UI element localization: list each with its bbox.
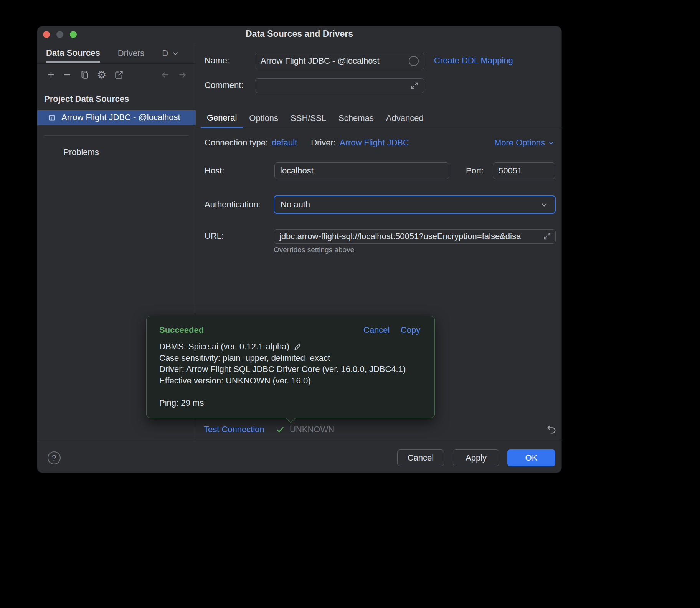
popup-line-effective-version: Effective version: UNKNOWN (ver. 16.0) [159,375,406,387]
more-options-label: More Options [494,137,545,149]
popup-cancel-link[interactable]: Cancel [363,324,390,336]
chevron-down-icon [547,139,555,147]
tab-advanced[interactable]: Advanced [380,108,430,128]
data-source-item-label: Arrow Flight JDBC - @localhost [61,112,180,122]
port-label: Port: [466,165,484,177]
forward-arrow-icon[interactable] [176,69,188,81]
popup-status-succeeded: Succeeded [159,324,204,336]
success-check-icon [275,425,285,435]
chevron-down-icon[interactable] [171,49,180,58]
host-label: Host: [205,165,224,177]
popup-line-dbms-text: DBMS: Spice.ai (ver. 0.12.1-alpha) [159,341,289,352]
tab-ddl-truncated[interactable]: D [162,44,180,63]
apply-button[interactable]: Apply [453,449,499,466]
popup-pointer [286,413,296,423]
window-title: Data Sources and Drivers [37,29,561,39]
port-input-value: 50051 [499,166,522,176]
url-input-value: jdbc:arrow-flight-sql://localhost:50051?… [279,231,521,241]
host-input-value: localhost [280,166,314,176]
popup-ping: Ping: 29 ms [159,397,204,409]
authentication-value: No auth [281,200,310,210]
connection-type-label: Connection type: [205,137,268,149]
data-sources-dialog: Data Sources and Drivers Data Sources Dr… [37,26,562,473]
url-input[interactable]: jdbc:arrow-flight-sql://localhost:50051?… [274,229,556,244]
footer-divider [37,440,562,440]
duplicate-icon[interactable] [79,69,91,81]
connection-type-value[interactable]: default [272,137,297,149]
ok-button[interactable]: OK [507,449,555,466]
expand-url-icon[interactable] [543,232,551,240]
test-connection-result-popup: Succeeded Cancel Copy DBMS: Spice.ai (ve… [146,316,435,418]
more-options-button[interactable]: More Options [494,137,555,149]
authentication-select[interactable]: No auth [274,195,556,214]
help-button[interactable]: ? [48,451,61,464]
popup-line-driver: Driver: Arrow Flight SQL JDBC Driver Cor… [159,363,406,375]
url-label: URL: [205,230,224,242]
project-data-sources-header: Project Data Sources [44,93,129,105]
gear-icon[interactable]: ⚙ [96,69,108,81]
popup-details: DBMS: Spice.ai (ver. 0.12.1-alpha) Case … [159,341,406,386]
expand-comment-icon[interactable] [410,81,419,90]
data-source-list-item-selected[interactable]: Arrow Flight JDBC - @localhost [37,110,196,125]
name-input[interactable]: Arrow Flight JDBC - @localhost [255,53,424,69]
url-hint-text: Overrides settings above [274,245,354,254]
popup-line-case-sensitivity: Case sensitivity: plain=upper, delimited… [159,352,406,364]
open-external-icon[interactable] [113,69,125,81]
back-arrow-icon[interactable] [159,69,172,81]
undo-icon[interactable] [546,424,557,435]
remove-data-source-icon[interactable] [61,69,73,81]
tab-data-sources[interactable]: Data Sources [46,44,100,63]
tab-drivers[interactable]: Drivers [118,44,145,63]
tab-ssh-ssl[interactable]: SSH/SSL [284,108,332,128]
desktop-background: Data Sources and Drivers Data Sources Dr… [0,0,700,608]
settings-tab-bar: General Options SSH/SSL Schemas Advanced [201,108,430,128]
test-connection-link[interactable]: Test Connection [204,424,264,435]
comment-input[interactable] [255,78,424,93]
sidebar-section-divider [44,135,189,136]
help-icon: ? [52,454,56,463]
sidebar-tabstrip-divider [37,63,196,64]
name-input-value: Arrow Flight JDBC - @localhost [261,56,380,66]
authentication-label: Authentication: [205,199,261,210]
popup-copy-link[interactable]: Copy [401,324,420,336]
sidebar-tab-strip: Data Sources Drivers D [46,44,180,63]
tab-drivers-label: Drivers [118,48,145,58]
tab-general[interactable]: General [201,108,243,128]
name-label: Name: [205,55,229,66]
create-ddl-mapping-link[interactable]: Create DDL Mapping [434,55,513,66]
driver-value-link[interactable]: Arrow Flight JDBC [340,137,409,149]
pencil-icon[interactable] [293,342,302,351]
chevron-down-icon [540,200,549,209]
port-input[interactable]: 50051 [493,162,555,179]
tabbar-divider [196,128,562,128]
host-input[interactable]: localhost [274,162,449,179]
comment-label: Comment: [205,79,243,91]
tab-schemas[interactable]: Schemas [332,108,380,128]
datasource-table-icon [48,114,56,122]
tab-ddl-label: D [162,48,168,58]
sidebar-item-problems[interactable]: Problems [63,147,99,158]
popup-line-dbms: DBMS: Spice.ai (ver. 0.12.1-alpha) [159,341,406,352]
connection-type-row: Connection type: default Driver: Arrow F… [205,137,409,149]
test-status-text: UNKNOWN [290,424,334,435]
cancel-button[interactable]: Cancel [397,449,444,466]
tab-data-sources-label: Data Sources [46,48,100,58]
refresh-name-icon[interactable] [409,56,419,66]
add-data-source-icon[interactable] [45,69,57,81]
tab-options[interactable]: Options [243,108,284,128]
driver-label: Driver: [311,137,336,149]
